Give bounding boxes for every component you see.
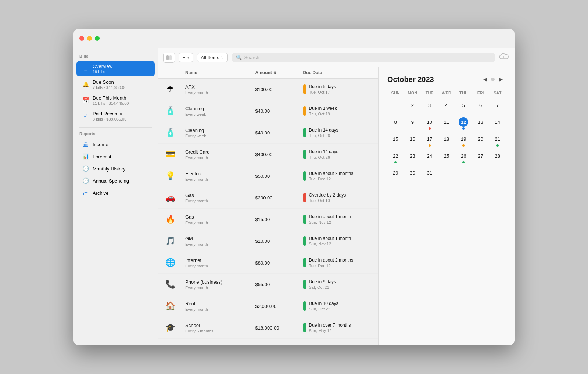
due-indicator — [303, 171, 306, 181]
calendar-cell[interactable]: 30 — [404, 166, 420, 183]
bill-due: Overdue by 2 days Tue, Oct 10 — [303, 193, 373, 203]
svg-rect-0 — [166, 55, 169, 60]
calendar-cell[interactable]: 4 — [438, 99, 455, 115]
calendar-cell[interactable]: 26 — [455, 150, 472, 166]
due-status: Due in 14 days — [309, 149, 338, 154]
due-indicator — [303, 345, 306, 345]
search-bar[interactable]: 🔍 Search — [232, 53, 495, 62]
table-row[interactable]: 💡 Electric Every month $50.00 Due in abo… — [158, 165, 378, 187]
filter-button[interactable]: All Items ⇅ — [197, 53, 228, 62]
due-status: Overdue by 2 days — [309, 193, 346, 198]
income-label: Income — [93, 142, 149, 147]
sidebar-toggle-button[interactable] — [163, 53, 175, 63]
calendar-cell[interactable]: 13 — [472, 116, 488, 132]
table-row[interactable]: 🏠 Rent Every month $2,000.00 Due in 10 d… — [158, 295, 378, 317]
table-row[interactable]: 🧴 Cleaning Every week $40.00 Due in 14 d… — [158, 122, 378, 144]
calendar-cell[interactable]: 14 — [490, 116, 506, 132]
calendar-cell[interactable]: 15 — [387, 133, 404, 149]
sidebar-item-forecast[interactable]: 📊 Forecast — [76, 151, 155, 162]
table-row[interactable]: 🧴 Cleaning Every week $40.00 Due in 1 we… — [158, 100, 378, 122]
calendar-cell[interactable]: 10 — [422, 116, 438, 132]
calendar-cell[interactable]: 17 — [422, 133, 438, 149]
add-button[interactable]: + ▾ — [179, 53, 193, 62]
calendar-cell[interactable]: 16 — [404, 133, 420, 149]
table-row[interactable]: 🔥 Gas Every month $15.00 Due in about 1 … — [158, 209, 378, 230]
calendar-cell[interactable]: 8 — [387, 116, 404, 132]
monthly-history-label: Monthly History — [93, 166, 149, 172]
table-row[interactable]: 💳 Credit Card Every month $400.00 Due in… — [158, 144, 378, 165]
due-status: Due in 10 days — [309, 301, 338, 306]
calendar-dot-nav[interactable] — [491, 78, 495, 81]
calendar-cell[interactable]: 23 — [404, 150, 420, 166]
table-row[interactable]: 🗑 Trash Every month $30.00 Due in about … — [158, 339, 378, 345]
archive-icon: 🗃 — [82, 190, 89, 196]
calendar-cell — [490, 166, 506, 183]
calendar-cell[interactable]: 3 — [422, 99, 438, 115]
due-status: Due in about 2 months — [309, 258, 354, 263]
calendar-day-number: 12 — [459, 117, 468, 127]
calendar-cell[interactable]: 11 — [438, 116, 455, 132]
sidebar-item-paid-recently[interactable]: ✓ Paid Recently 8 bills · $38,065.00 — [76, 108, 155, 124]
calendar-cell[interactable]: 29 — [387, 166, 404, 183]
calendar-next-button[interactable]: ▶ — [496, 75, 506, 84]
due-date: Sun, Oct 22 — [309, 307, 338, 311]
bill-freq: Every month — [185, 307, 255, 312]
sidebar-item-monthly-history[interactable]: 🕐 Monthly History — [76, 163, 155, 175]
minimize-button[interactable] — [87, 36, 92, 41]
calendar-cell[interactable]: 7 — [490, 99, 506, 115]
bill-icon: 🔥 — [163, 212, 177, 226]
calendar-cell[interactable]: 27 — [472, 150, 488, 166]
calendar-cell[interactable]: 5 — [455, 99, 472, 115]
due-this-month-label: Due This Month — [93, 95, 149, 101]
table-row[interactable]: 🚗 Gas Every month $200.00 Overdue by 2 d… — [158, 187, 378, 209]
calendar-cell[interactable]: 9 — [404, 116, 420, 132]
calendar-cell[interactable]: 24 — [422, 150, 438, 166]
due-date: Sat, Oct 21 — [309, 285, 336, 290]
app-window: Bills ≡ Overview 19 bills 🔔 Due Soon 7 b… — [74, 29, 514, 345]
bills-scroll[interactable]: ☂ APX Every month $100.00 Due in 5 days … — [158, 79, 378, 345]
calendar-prev-button[interactable]: ◀ — [480, 75, 490, 84]
table-row[interactable]: 🎓 School Every 6 months $18,000.00 Due i… — [158, 317, 378, 339]
maximize-button[interactable] — [95, 36, 100, 41]
sidebar-item-due-soon[interactable]: 🔔 Due Soon 7 bills · $11,950.00 — [76, 77, 155, 92]
calendar-cell[interactable]: 12 — [455, 116, 472, 132]
calendar-cell[interactable]: 6 — [472, 99, 488, 115]
due-status: Due in 5 days — [309, 84, 336, 89]
due-date: Thu, Oct 26 — [309, 133, 338, 138]
table-row[interactable]: 🌐 Internet Every month $80.00 Due in abo… — [158, 252, 378, 274]
calendar-cell[interactable]: 19 — [455, 133, 472, 149]
due-status: Due in 1 week — [309, 106, 337, 111]
calendar-day-number: 8 — [391, 117, 400, 127]
forecast-label: Forecast — [93, 154, 149, 159]
calendar-cell[interactable]: 28 — [490, 150, 506, 166]
calendar-cell[interactable]: 21 — [490, 133, 506, 149]
calendar-day-number: 7 — [493, 100, 502, 110]
calendar-cell[interactable]: 22 — [387, 150, 404, 166]
table-row[interactable]: 📞 Phone (business) Every month $55.00 Du… — [158, 274, 378, 295]
sidebar-item-income[interactable]: 🏛 Income — [76, 139, 155, 150]
bill-name: Credit Card — [185, 149, 255, 155]
sidebar-item-annual-spending[interactable]: 🕐 Annual Spending — [76, 175, 155, 187]
income-icon: 🏛 — [82, 141, 89, 148]
calendar-cell[interactable]: 25 — [438, 150, 455, 166]
calendar-cell[interactable]: 18 — [438, 133, 455, 149]
bill-freq: Every month — [185, 242, 255, 247]
sidebar-item-due-this-month[interactable]: 📅 Due This Month 11 bills · $14,445.00 — [76, 93, 155, 108]
table-row[interactable]: 🎵 GM Every month $10.00 Due in about 1 m… — [158, 230, 378, 252]
overview-label: Overview — [93, 64, 149, 69]
bill-due: Due in 10 days Sun, Oct 22 — [303, 301, 373, 311]
close-button[interactable] — [79, 36, 84, 41]
bill-icon: 🧴 — [163, 126, 177, 140]
calendar-day-header: WED — [438, 91, 455, 98]
sidebar-item-overview[interactable]: ≡ Overview 19 bills — [76, 61, 155, 76]
calendar-day-number: 28 — [493, 151, 502, 161]
bill-amount: $40.00 — [255, 130, 303, 136]
calendar-cell[interactable]: 20 — [472, 133, 488, 149]
sidebar-item-archive[interactable]: 🗃 Archive — [76, 187, 155, 199]
calendar-cell[interactable]: 31 — [422, 166, 438, 183]
table-row[interactable]: ☂ APX Every month $100.00 Due in 5 days … — [158, 79, 378, 100]
calendar-day-number: 25 — [442, 151, 451, 161]
annual-spending-icon: 🕐 — [82, 177, 89, 184]
bill-icon: 🎵 — [163, 234, 177, 248]
calendar-cell[interactable]: 2 — [404, 99, 420, 115]
